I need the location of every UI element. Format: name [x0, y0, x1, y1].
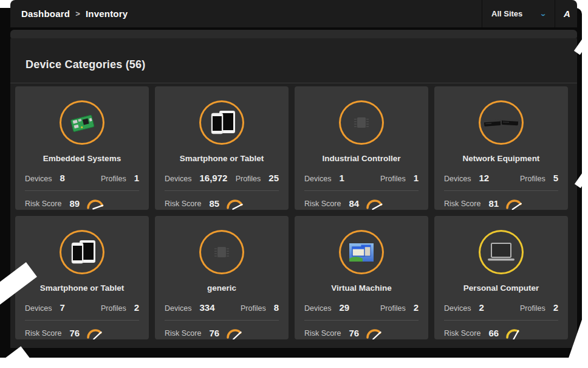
risk-score-row: Risk Score 66	[434, 327, 568, 339]
clipped-topbar-label: A	[555, 0, 577, 27]
devices-label: Devices	[165, 175, 191, 183]
profiles-label: Profiles	[236, 175, 261, 183]
card-divider	[444, 320, 558, 321]
breadcrumb-inventory[interactable]: Inventory	[86, 9, 128, 19]
risk-gauge-icon	[366, 198, 384, 210]
category-stats: Devices12 Profiles5	[434, 173, 568, 183]
devices-label: Devices	[304, 304, 331, 313]
device-category-card[interactable]: Smartphone or Tablet Devices16,972 Profi…	[155, 86, 289, 210]
risk-score-row: Risk Score 76	[295, 327, 428, 339]
device-category-card[interactable]: Virtual Machine Devices29 Profiles2 Risk…	[295, 216, 428, 339]
card-divider	[165, 190, 279, 191]
device-category-card[interactable]: generic Devices334 Profiles8 Risk Score …	[155, 216, 289, 339]
risk-score-value: 85	[209, 198, 219, 209]
category-stats: Devices334 Profiles8	[155, 302, 289, 313]
risk-gauge-icon	[226, 328, 244, 339]
risk-score-label: Risk Score	[444, 200, 480, 208]
device-category-card[interactable]: Industrial Controller Devices1 Profiles1…	[295, 86, 428, 210]
risk-gauge-icon	[505, 198, 524, 210]
category-title: Network Equipment	[463, 154, 540, 163]
category-title: Smartphone or Tablet	[40, 283, 125, 293]
risk-gauge-icon	[86, 328, 104, 339]
device-category-card[interactable]: Embedded Systems Devices8 Profiles1 Risk…	[15, 86, 149, 210]
risk-score-value: 76	[69, 328, 80, 338]
generic-chip-icon	[352, 114, 371, 131]
breadcrumb: Dashboard > Inventory	[10, 0, 128, 27]
devices-count: 12	[479, 173, 489, 183]
page-title: Device Categories (56)	[10, 38, 577, 83]
card-divider	[304, 190, 419, 191]
profiles-count: 2	[134, 302, 139, 313]
site-selector-dropdown[interactable]: All Sites ⌄	[482, 0, 555, 27]
profiles-label: Profiles	[101, 175, 126, 183]
risk-score-label: Risk Score	[304, 329, 341, 338]
circuit-board-icon	[69, 113, 95, 133]
profiles-count: 8	[274, 302, 279, 313]
category-title: Industrial Controller	[322, 154, 400, 163]
risk-score-label: Risk Score	[165, 200, 201, 208]
card-divider	[304, 320, 419, 321]
devices-label: Devices	[444, 304, 471, 313]
profiles-label: Profiles	[380, 304, 406, 313]
top-navigation-bar: Dashboard > Inventory All Sites ⌄ A	[10, 0, 577, 27]
devices-label: Devices	[444, 175, 471, 183]
main-content: Device Categories (56)	[10, 38, 577, 348]
risk-score-label: Risk Score	[444, 329, 480, 338]
profiles-label: Profiles	[101, 304, 126, 313]
devices-label: Devices	[25, 175, 52, 183]
category-icon-circle	[199, 100, 244, 145]
profiles-label: Profiles	[520, 304, 545, 313]
risk-score-value: 89	[69, 198, 80, 209]
category-stats: Devices29 Profiles2	[295, 302, 428, 313]
risk-gauge-icon	[366, 328, 384, 339]
card-divider	[165, 320, 279, 321]
category-stats: Devices16,972 Profiles25	[155, 173, 289, 183]
category-icon-circle	[479, 230, 524, 274]
category-icon-circle	[60, 100, 104, 145]
profiles-count: 1	[134, 173, 139, 183]
risk-score-label: Risk Score	[25, 329, 61, 338]
device-category-grid: Embedded Systems Devices8 Profiles1 Risk…	[10, 83, 577, 339]
device-category-card[interactable]: Personal Computer Devices2 Profiles2 Ris…	[434, 216, 568, 339]
category-icon-circle	[479, 100, 524, 145]
risk-score-label: Risk Score	[25, 200, 61, 208]
profiles-label: Profiles	[241, 304, 266, 313]
risk-score-row: Risk Score 84	[295, 197, 428, 210]
device-category-card[interactable]: Network Equipment Devices12 Profiles5 Ri…	[434, 86, 568, 210]
risk-score-value: 76	[349, 328, 359, 338]
profiles-count: 2	[414, 302, 419, 313]
network-switches-icon	[483, 116, 519, 130]
risk-score-value: 66	[488, 328, 499, 338]
smartphone-tablet-icon	[67, 239, 97, 266]
devices-count: 2	[479, 302, 484, 313]
devices-count: 8	[60, 173, 64, 183]
category-title: Personal Computer	[463, 283, 539, 293]
profiles-label: Profiles	[380, 175, 406, 183]
profiles-count: 5	[553, 173, 558, 183]
risk-gauge-icon	[226, 198, 244, 210]
category-icon-circle	[339, 230, 384, 274]
risk-gauge-icon	[86, 198, 104, 210]
site-selector-label: All Sites	[491, 9, 522, 18]
devices-count: 334	[199, 302, 214, 313]
risk-score-value: 84	[349, 198, 359, 209]
card-divider	[25, 190, 139, 191]
breadcrumb-separator: >	[75, 9, 80, 18]
breadcrumb-dashboard[interactable]: Dashboard	[21, 9, 70, 19]
category-stats: Devices7 Profiles2	[15, 302, 149, 313]
app-surface: Dashboard > Inventory All Sites ⌄ A Devi…	[10, 0, 577, 348]
topbar-controls: All Sites ⌄ A	[482, 0, 577, 27]
risk-score-label: Risk Score	[165, 329, 201, 338]
category-title: generic	[207, 283, 236, 293]
category-icon-circle	[60, 230, 104, 274]
risk-score-row: Risk Score 85	[155, 197, 289, 210]
risk-score-row: Risk Score 89	[15, 197, 149, 210]
risk-score-label: Risk Score	[304, 200, 341, 208]
card-divider	[444, 190, 558, 191]
generic-chip-icon	[212, 244, 231, 261]
smartphone-tablet-icon	[207, 109, 237, 136]
category-stats: Devices2 Profiles2	[434, 302, 568, 313]
profiles-count: 1	[414, 173, 419, 183]
profiles-label: Profiles	[520, 175, 545, 183]
category-stats: Devices1 Profiles1	[295, 173, 428, 183]
